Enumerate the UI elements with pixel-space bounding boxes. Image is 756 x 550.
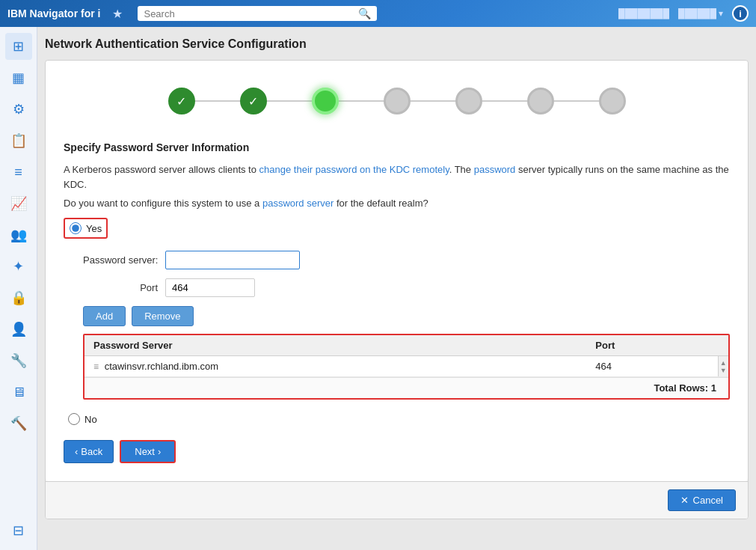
- sidebar-item-tools[interactable]: 🔧: [5, 347, 32, 374]
- radio-no-group: No: [64, 410, 730, 428]
- settings-icon: ⚙: [13, 101, 25, 117]
- step-1: ✓: [168, 88, 195, 114]
- wizard-steps: ✓ ✓: [64, 76, 730, 120]
- sidebar-item-dashboard[interactable]: ⊞: [5, 33, 32, 60]
- port-input[interactable]: [165, 278, 255, 297]
- tools-icon: 🔧: [10, 352, 27, 369]
- radio-no-item[interactable]: No: [64, 410, 730, 428]
- sidebar-item-analytics[interactable]: ▦: [5, 64, 32, 91]
- step-5: [455, 88, 482, 114]
- sidebar-item-users[interactable]: 👥: [5, 221, 32, 248]
- bottom-icon: ⊟: [13, 522, 24, 539]
- device-icon: 🖥: [12, 385, 25, 400]
- port-label: Port: [83, 282, 158, 293]
- search-icon[interactable]: 🔍: [358, 7, 371, 19]
- next-button[interactable]: Next ›: [120, 440, 176, 463]
- user-info-2[interactable]: ██████ ▾: [678, 8, 723, 19]
- analytics-icon: ▦: [12, 70, 25, 86]
- cell-port: 464: [586, 356, 718, 377]
- password-server-table-container: Password Server Port ≡: [83, 334, 730, 400]
- radio-yes-item[interactable]: Yes: [64, 218, 108, 239]
- back-button[interactable]: ‹ Back: [64, 440, 114, 463]
- next-arrow-icon: ›: [158, 446, 161, 457]
- wizard-card: ✓ ✓ Specify Password Server Information: [45, 60, 749, 519]
- radio-group: Yes: [64, 218, 730, 239]
- step-line-4: [411, 100, 455, 102]
- step-line-2: [267, 100, 312, 102]
- lock-icon: 🔒: [10, 290, 27, 306]
- search-input[interactable]: [144, 8, 358, 19]
- page-title: Network Authentication Service Configura…: [45, 34, 749, 54]
- user-info-1[interactable]: ████████: [618, 8, 669, 19]
- dashboard-icon: ⊞: [13, 38, 24, 55]
- step-2: ✓: [240, 88, 267, 114]
- sidebar: ⊞ ▦ ⚙ 📋 ≡ 📈 👥 ✦ 🔒 👤 🔧: [0, 27, 37, 550]
- main-layout: ⊞ ▦ ⚙ 📋 ≡ 📈 👥 ✦ 🔒 👤 🔧: [0, 27, 756, 550]
- password-server-row: Password server:: [83, 251, 730, 269]
- step-line-6: [554, 100, 599, 102]
- sidebar-item-group[interactable]: 👤: [5, 316, 32, 343]
- port-row: Port: [83, 278, 730, 297]
- sidebar-item-device[interactable]: 🖥: [5, 379, 32, 406]
- network-icon: ✦: [13, 258, 24, 275]
- cancel-x-icon: ✕: [680, 495, 689, 506]
- sidebar-item-chart[interactable]: 📈: [5, 190, 32, 217]
- description-text: A Kerberos password server allows client…: [64, 162, 730, 192]
- users-icon: 👥: [10, 227, 27, 243]
- main-content: Network Authentication Service Configura…: [37, 27, 756, 550]
- step-line-3: [339, 100, 384, 102]
- favorite-icon[interactable]: ★: [112, 7, 123, 21]
- radio-no-label: No: [84, 414, 97, 425]
- step-7: [599, 88, 626, 114]
- sidebar-item-list[interactable]: ≡: [5, 159, 32, 186]
- password-server-label: Password server:: [83, 254, 158, 266]
- step-line-5: [482, 100, 527, 102]
- app-header: IBM Navigator for i ★ 🔍 ████████ ██████ …: [0, 0, 756, 27]
- list-icon: ≡: [14, 165, 22, 180]
- search-bar[interactable]: 🔍: [138, 6, 377, 21]
- cell-server: ≡ ctawinsvr.rchland.ibm.com: [84, 356, 586, 377]
- bottom-bar: ✕ Cancel: [46, 481, 748, 519]
- action-buttons: Add Remove: [83, 306, 730, 326]
- wrench-icon: 🔨: [10, 415, 27, 432]
- drag-icon: ≡: [93, 361, 99, 372]
- question-text: Do you want to configure this system to …: [64, 198, 730, 209]
- radio-yes-input[interactable]: [70, 222, 82, 234]
- documents-icon: 📋: [10, 132, 27, 149]
- scroll-cell: ▲ ▼: [718, 356, 728, 377]
- next-label: Next: [135, 446, 155, 457]
- table-row: ≡ ctawinsvr.rchland.ibm.com 464 ▲ ▼: [84, 356, 728, 377]
- group-icon: 👤: [10, 321, 27, 337]
- nav-buttons: ‹ Back Next ›: [64, 440, 730, 463]
- step-4: [384, 88, 411, 114]
- col-header-port: Port: [586, 335, 718, 356]
- step-6: [527, 88, 554, 114]
- col-header-scroll: [718, 335, 728, 356]
- scroll-down-icon[interactable]: ▼: [720, 367, 727, 374]
- password-server-input[interactable]: [165, 251, 300, 269]
- back-arrow-icon: ‹: [75, 446, 78, 457]
- radio-no-input[interactable]: [68, 413, 80, 425]
- back-label: Back: [81, 446, 102, 457]
- radio-yes-label: Yes: [86, 223, 102, 234]
- col-header-server: Password Server: [84, 335, 586, 356]
- cancel-button[interactable]: ✕ Cancel: [668, 489, 736, 511]
- total-rows: Total Rows: 1: [84, 377, 728, 398]
- sidebar-item-documents[interactable]: 📋: [5, 127, 32, 154]
- sidebar-item-bottom[interactable]: ⊟: [5, 517, 32, 544]
- add-button[interactable]: Add: [83, 306, 126, 326]
- header-right: ████████ ██████ ▾ i: [618, 5, 749, 22]
- app-title: IBM Navigator for i: [7, 7, 100, 19]
- section-title: Specify Password Server Information: [64, 141, 730, 153]
- scroll-up-icon[interactable]: ▲: [720, 359, 727, 367]
- sidebar-item-settings[interactable]: ⚙: [5, 96, 32, 123]
- cancel-label: Cancel: [693, 495, 723, 506]
- info-button[interactable]: i: [732, 5, 749, 22]
- remove-button[interactable]: Remove: [132, 306, 193, 326]
- password-server-table: Password Server Port ≡: [84, 335, 728, 377]
- wizard-body: ✓ ✓ Specify Password Server Information: [46, 61, 748, 481]
- sidebar-item-wrench[interactable]: 🔨: [5, 410, 32, 437]
- sidebar-item-lock[interactable]: 🔒: [5, 284, 32, 311]
- sidebar-item-network[interactable]: ✦: [5, 253, 32, 280]
- step-3: [312, 88, 339, 114]
